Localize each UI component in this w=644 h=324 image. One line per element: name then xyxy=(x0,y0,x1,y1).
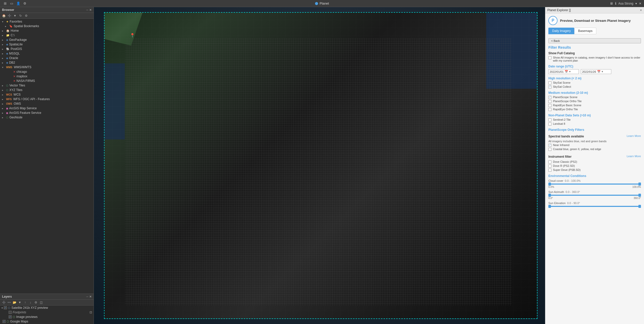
date-start-calendar-icon[interactable]: 📅 xyxy=(565,70,568,73)
tree-item-home[interactable]: ▸ 🏠 Home xyxy=(0,28,94,33)
sun-elevation-handle-right[interactable] xyxy=(638,205,641,208)
browser-close-icon[interactable]: ✕ xyxy=(89,8,92,12)
group-layers-icon[interactable]: ◫ xyxy=(39,300,43,305)
dove-r-checkbox[interactable] xyxy=(548,165,551,168)
planetscope-ortho-checkbox[interactable] xyxy=(548,100,551,103)
layer-checkbox-footprints[interactable] xyxy=(9,311,12,314)
sun-azimuth-handle-left[interactable] xyxy=(548,194,551,197)
tree-item-arcgis-feature[interactable]: ▸ ◼ ArcGIS Feature Service xyxy=(0,111,94,115)
skysat-collect-checkbox[interactable] xyxy=(548,85,551,88)
tab-basemaps[interactable]: Basemaps xyxy=(574,28,596,34)
tree-item-postgis[interactable]: ▸ 🐘 PostGIS xyxy=(0,47,94,51)
tree-item-wcs[interactable]: ▸ WCS WCS xyxy=(0,92,94,97)
layers-collapse-icon[interactable]: ─ xyxy=(86,295,88,298)
browser-collapse-icon[interactable]: ─ xyxy=(86,8,88,12)
full-catalog-row: Show All imagery in catalog, even imager… xyxy=(548,56,641,62)
remove-layer-icon[interactable]: ➖ xyxy=(7,300,11,305)
date-start-input[interactable]: 2022/01/01 📅 ▾ xyxy=(548,69,579,74)
topbar-close-icon[interactable]: ✕ xyxy=(639,2,641,5)
layer-checkbox-google[interactable] xyxy=(3,320,6,323)
spectral-learn-more[interactable]: Learn More xyxy=(627,134,641,137)
cloud-cover-handle-right[interactable] xyxy=(638,183,641,186)
tree-item-geopackage[interactable]: ▸ ◈ GeoPackage xyxy=(0,38,94,42)
sun-elevation-fill xyxy=(548,206,641,207)
add-layer-icon[interactable]: ➕ xyxy=(2,300,6,305)
layer-item-footprints[interactable]: Footprints ⊡ xyxy=(0,310,94,315)
move-down-icon[interactable]: ↓ xyxy=(28,300,33,305)
planet-panel-close-btn[interactable]: × xyxy=(640,8,642,12)
tree-item-spatial-bookmarks[interactable]: ▸ 🔖 Spatial Bookmarks xyxy=(0,24,94,28)
browser-add-icon[interactable]: ➕ xyxy=(7,13,12,18)
cloud-cover-handle-left[interactable] xyxy=(548,183,551,186)
tree-item-mapbox[interactable]: ✕ mapbox xyxy=(0,74,94,79)
date-end-input[interactable]: 2022/01/26 📅 ▾ xyxy=(581,69,611,74)
tree-item-nasa-firms[interactable]: ✕ NASA FIRMS xyxy=(0,79,94,83)
tree-item-chicago[interactable]: ✕ chicago xyxy=(0,69,94,74)
rapideye-basic-checkbox[interactable] xyxy=(548,104,551,107)
coastal-blue-checkbox[interactable] xyxy=(548,148,551,151)
back-button[interactable]: < Back xyxy=(548,38,641,43)
tree-item-xyz-tiles[interactable]: ▸ ⬡ XYZ Tiles xyxy=(0,88,94,92)
tree-item-wfs[interactable]: ▸ WFS WFS / OGC API - Features xyxy=(0,97,94,101)
dove-classic-label: Dove Classic (PS2) xyxy=(553,160,577,163)
expander-arcgis-map: ▸ xyxy=(2,107,5,110)
tree-item-arcgis-map[interactable]: ▸ ◼ ArcGIS Map Service xyxy=(0,106,94,111)
layer-properties-icon[interactable]: ⚙ xyxy=(33,300,38,305)
tree-item-spatialite[interactable]: ▸ ◈ SpatiaLite xyxy=(0,42,94,47)
tab-daily-imagery[interactable]: Daily Imagery xyxy=(548,28,574,34)
browser-filter-icon[interactable]: ▼ xyxy=(13,13,17,18)
monitor-icon[interactable]: 🖥 xyxy=(610,2,613,5)
layer-item-image-previews[interactable]: ⬡ Image previews xyxy=(0,315,94,319)
move-up-icon[interactable]: ↑ xyxy=(23,300,27,305)
db-spatialite-icon: ◈ xyxy=(6,43,8,46)
rapideye-ortho-checkbox[interactable] xyxy=(548,108,551,111)
tab-icon[interactable]: ▭ xyxy=(9,1,14,6)
cloud-cover-slider[interactable]: 0.0% 100.0% xyxy=(548,184,641,188)
date-end-calendar-icon[interactable]: 📅 xyxy=(597,70,601,73)
user-icon[interactable]: 👤 xyxy=(16,1,21,6)
layers-close-icon[interactable]: ✕ xyxy=(89,295,92,298)
tree-item-wmswmts[interactable]: ▾ WMS WMS/WMTS xyxy=(0,65,94,69)
tree-item-favorites[interactable]: ▾ ★ Favorites xyxy=(0,19,94,24)
tree-item-oracle[interactable]: ▸ ◈ Oracle xyxy=(0,56,94,60)
layer-checkbox-satellite[interactable] xyxy=(4,306,7,309)
tree-item-vector-tiles[interactable]: ▸ ⬡ Vector Tiles xyxy=(0,83,94,88)
landsat-checkbox[interactable] xyxy=(548,122,551,125)
super-dove-checkbox[interactable] xyxy=(548,169,551,172)
full-catalog-checkbox[interactable] xyxy=(548,56,551,59)
sun-azimuth-handle-right[interactable] xyxy=(638,194,641,197)
near-infrared-checkbox[interactable] xyxy=(548,144,551,147)
open-layer-icon[interactable]: 📂 xyxy=(12,300,17,305)
browser-refresh-icon[interactable]: ↻ xyxy=(18,13,23,18)
sun-elevation-handle-left[interactable] xyxy=(548,205,551,208)
grid-icon[interactable]: ⊞ xyxy=(3,1,8,6)
db-postgis-icon: 🐘 xyxy=(6,47,10,51)
layer-item-satellite[interactable]: ▾ ⬡ Satellite 241b XYZ preview xyxy=(0,305,94,310)
tree-item-ows[interactable]: ▸ OWS OWS xyxy=(0,101,94,106)
instrument-learn-more[interactable]: Learn More xyxy=(627,155,641,158)
skysat-scene-checkbox[interactable] xyxy=(548,81,551,84)
browser-home-icon[interactable]: 🏠 xyxy=(2,13,6,18)
browser-settings2-icon[interactable]: ⚙ xyxy=(24,13,28,18)
layer-checkbox-previews[interactable] xyxy=(9,315,12,318)
planetscope-scene-checkbox[interactable] xyxy=(548,96,551,99)
tree-item-geonode[interactable]: ▸ ⬡ GeoNode xyxy=(0,115,94,120)
layer-collapse-icon[interactable]: ⊡ xyxy=(90,311,92,314)
dove-classic-checkbox[interactable] xyxy=(548,160,551,164)
info-icon[interactable]: ℹ xyxy=(615,2,616,5)
settings-icon[interactable]: ⚙ xyxy=(22,1,27,6)
filter-layer-icon[interactable]: ▼ xyxy=(18,300,22,305)
date-end-dropdown-icon[interactable]: ▾ xyxy=(602,70,603,73)
map-area[interactable]: 📍 xyxy=(94,7,545,324)
sun-azimuth-slider[interactable]: 0.0° 360.0° xyxy=(548,195,641,200)
tree-item-db2[interactable]: ▸ ◈ DB2 xyxy=(0,60,94,65)
tree-item-c-drive[interactable]: ▸ 📁 C:\ xyxy=(0,33,94,38)
sentinel-checkbox[interactable] xyxy=(548,118,551,121)
dropdown-icon[interactable]: ▾ xyxy=(635,2,637,5)
tree-item-mssql[interactable]: ▸ ◈ MSSQL xyxy=(0,51,94,56)
layer-item-google-maps[interactable]: ⬡ Google Maps xyxy=(0,319,94,324)
date-start-dropdown-icon[interactable]: ▾ xyxy=(569,70,571,73)
user-name[interactable]: Asa Strong xyxy=(618,2,633,5)
sun-elevation-slider[interactable] xyxy=(548,206,641,207)
rapideye-ortho-label: RapidEye Ortho Tile xyxy=(553,108,578,111)
